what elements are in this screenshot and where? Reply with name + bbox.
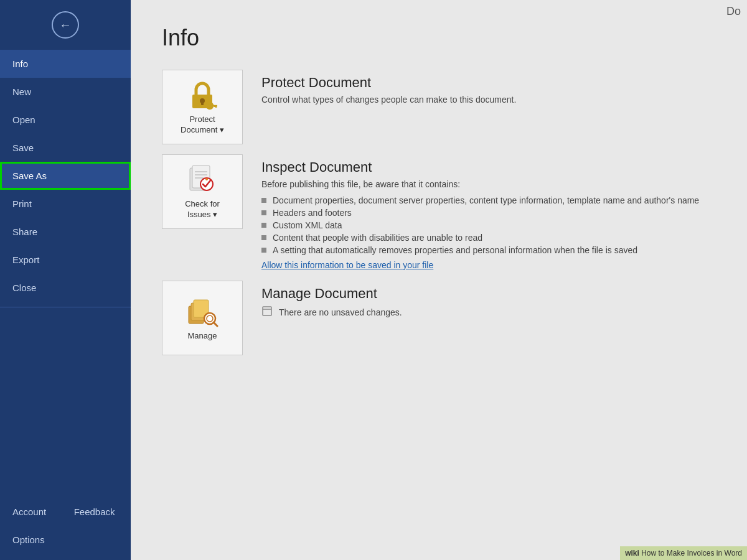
sidebar-item-print[interactable]: Print bbox=[0, 190, 131, 218]
protect-document-desc: Control what types of changes people can… bbox=[261, 95, 716, 105]
inspect-document-title: Inspect Document bbox=[261, 159, 716, 175]
sidebar-bottom: Account Feedback Options bbox=[0, 498, 131, 560]
manage-status-text: There are no unsaved changes. bbox=[279, 307, 402, 317]
main-content: Do Info ProtectDocument ▾ Protect bbox=[131, 0, 747, 560]
sidebar-item-open[interactable]: Open bbox=[0, 106, 131, 134]
manage-icon bbox=[186, 295, 218, 327]
sidebar-item-options[interactable]: Options bbox=[0, 526, 57, 554]
bullet-item-3: Custom XML data bbox=[261, 219, 716, 231]
lock-icon bbox=[186, 78, 218, 111]
manage-document-content: Manage Document There are no unsaved cha… bbox=[261, 281, 716, 319]
svg-rect-2 bbox=[201, 101, 204, 105]
protect-document-card: ProtectDocument ▾ Protect Document Contr… bbox=[162, 70, 716, 144]
page-title: Info bbox=[162, 25, 716, 51]
sidebar-item-save-as[interactable]: Save As bbox=[0, 162, 131, 190]
sidebar-item-share[interactable]: Share bbox=[0, 218, 131, 246]
manage-row-icon bbox=[261, 306, 273, 319]
manage-document-title: Manage Document bbox=[261, 286, 716, 302]
sidebar-item-info[interactable]: Info bbox=[0, 50, 131, 78]
inspect-document-content: Inspect Document Before publishing this … bbox=[261, 154, 716, 271]
bullet-icon-5 bbox=[261, 248, 266, 253]
bullet-item-4: Content that people with disabilities ar… bbox=[261, 231, 716, 244]
watermark-wiki: wiki bbox=[625, 549, 639, 558]
sidebar-item-feedback[interactable]: Feedback bbox=[62, 498, 128, 526]
sidebar-nav: Info New Open Save Save As Print Share E… bbox=[0, 50, 131, 560]
bullet-item-1: Document properties, document server pro… bbox=[261, 194, 716, 207]
sidebar-item-save[interactable]: Save bbox=[0, 134, 131, 162]
sidebar: ← Info New Open Save Save As Print Share… bbox=[0, 0, 131, 560]
inspect-document-card: Check forIssues ▾ Inspect Document Befor… bbox=[162, 154, 716, 271]
sidebar-item-close[interactable]: Close bbox=[0, 274, 131, 302]
inspect-bullet-list: Document properties, document server pro… bbox=[261, 194, 716, 256]
sidebar-divider bbox=[0, 307, 131, 307]
check-for-issues-label: Check forIssues ▾ bbox=[185, 199, 220, 220]
protect-document-button[interactable]: ProtectDocument ▾ bbox=[162, 70, 243, 144]
watermark-text: How to Make Invoices in Word bbox=[641, 549, 742, 558]
svg-rect-20 bbox=[263, 307, 271, 315]
check-icon bbox=[186, 163, 218, 195]
bullet-item-5: A setting that automatically removes pro… bbox=[261, 244, 716, 256]
protect-document-label: ProtectDocument ▾ bbox=[181, 114, 224, 136]
bullet-item-2: Headers and footers bbox=[261, 207, 716, 219]
svg-line-18 bbox=[214, 322, 217, 326]
svg-point-13 bbox=[205, 178, 208, 180]
protect-document-title: Protect Document bbox=[261, 75, 716, 91]
bullet-icon-3 bbox=[261, 223, 266, 228]
back-arrow-icon: ← bbox=[52, 11, 79, 39]
check-for-issues-button[interactable]: Check forIssues ▾ bbox=[162, 154, 243, 229]
protect-document-content: Protect Document Control what types of c… bbox=[261, 70, 716, 110]
bullet-icon-1 bbox=[261, 198, 266, 203]
bullet-icon-4 bbox=[261, 235, 266, 240]
bullet-icon-2 bbox=[261, 210, 266, 215]
manage-label: Manage bbox=[188, 331, 217, 342]
allow-info-link[interactable]: Allow this information to be saved in yo… bbox=[261, 260, 433, 270]
manage-document-card: Manage Manage Document There are no unsa… bbox=[162, 281, 716, 355]
manage-row: There are no unsaved changes. bbox=[261, 306, 716, 319]
inspect-document-desc: Before publishing this file, be aware th… bbox=[261, 179, 716, 189]
sidebar-item-new[interactable]: New bbox=[0, 78, 131, 106]
manage-document-button[interactable]: Manage bbox=[162, 281, 243, 355]
top-right-partial-text: Do bbox=[726, 5, 747, 18]
back-button[interactable]: ← bbox=[0, 0, 131, 50]
sidebar-item-export[interactable]: Export bbox=[0, 246, 131, 274]
watermark: wiki How to Make Invoices in Word bbox=[620, 546, 747, 560]
sidebar-item-account[interactable]: Account bbox=[0, 498, 59, 526]
